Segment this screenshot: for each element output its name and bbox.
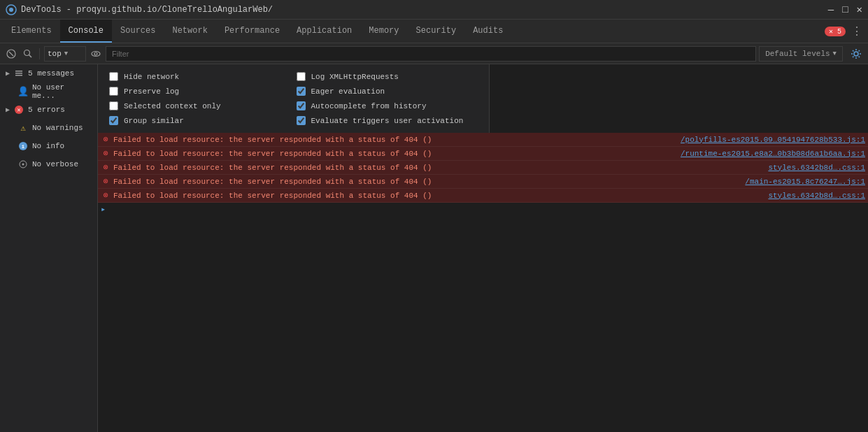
eval-triggers-label: Evaluate triggers user activation [311, 117, 464, 125]
setting-preserve-log[interactable]: Preserve log [106, 85, 294, 98]
more-options-icon[interactable]: ⋮ [851, 24, 862, 38]
sidebar-item-messages[interactable]: ▶ 5 messages [0, 64, 97, 82]
tab-network[interactable]: Network [164, 20, 215, 43]
sidebar-item-errors[interactable]: ▶ ✕ 5 errors [0, 101, 97, 119]
console-error-row-5[interactable]: ⊗ Failed to load resource: the server re… [98, 189, 868, 203]
error-file-link-2[interactable]: /runtime-es2015.e8a2…0b3b08d6a1b6aa.js:1 [681, 150, 865, 158]
close-button[interactable]: ✕ [857, 3, 862, 15]
sidebar-verbose-label: No verbose [32, 160, 78, 168]
console-error-row-3[interactable]: ⊗ Failed to load resource: the server re… [98, 161, 868, 175]
autocomplete-checkbox[interactable] [297, 101, 306, 110]
settings-left-col: Hide network Preserve log Selected conte… [106, 70, 294, 127]
preserve-log-checkbox[interactable] [109, 87, 118, 96]
info-icon: i [18, 141, 28, 151]
tab-sources[interactable]: Sources [112, 20, 164, 43]
title-bar: DevTools - proqyu.github.io/CloneTrelloA… [0, 0, 868, 20]
tab-security[interactable]: Security [408, 20, 465, 43]
expand-arrow-errors: ▶ [6, 106, 10, 114]
settings-right-col: Log XMLHttpRequests Eager evaluation Aut… [294, 70, 481, 127]
hide-network-label: Hide network [124, 73, 179, 81]
error-circle-icon-1: ⊗ [101, 134, 111, 145]
setting-group-similar[interactable]: Group similar [106, 114, 294, 127]
tab-elements[interactable]: Elements [3, 20, 60, 43]
context-selector[interactable]: top ▼ [44, 46, 86, 62]
error-badge[interactable]: ✕ 5 [825, 27, 846, 36]
autocomplete-label: Autocomplete from history [311, 102, 427, 110]
tab-bar: Elements Console Sources Network Perform… [0, 20, 868, 43]
tab-performance[interactable]: Performance [216, 20, 288, 43]
sidebar-warnings-label: No warnings [32, 124, 83, 132]
sidebar-user-label: No user me... [32, 83, 92, 100]
error-file-link-3[interactable]: styles.6342b8d….css:1 [768, 164, 865, 172]
context-dropdown-arrow: ▼ [64, 50, 68, 57]
maximize-button[interactable]: □ [842, 4, 848, 15]
svg-rect-9 [15, 71, 22, 72]
list-icon [14, 69, 24, 78]
setting-log-xmlhttp[interactable]: Log XMLHttpRequests [294, 70, 481, 83]
eye-icon[interactable] [89, 47, 103, 61]
setting-eval-triggers[interactable]: Evaluate triggers user activation [294, 114, 481, 127]
verbose-icon [18, 159, 28, 169]
error-file-link-5[interactable]: styles.6342b8d….css:1 [768, 192, 865, 200]
minimize-button[interactable]: — [828, 4, 834, 15]
warning-icon: ⚠ [18, 123, 28, 133]
console-error-row-2[interactable]: ⊗ Failed to load resource: the server re… [98, 147, 868, 161]
tab-memory[interactable]: Memory [360, 20, 407, 43]
sidebar-item-info[interactable]: i No info [0, 137, 97, 155]
sidebar-item-user-messages[interactable]: 👤 No user me... [0, 82, 97, 101]
svg-point-1 [9, 8, 13, 12]
window-controls: — □ ✕ [828, 3, 862, 15]
clear-console-button[interactable] [4, 47, 18, 61]
error-message-2: Failed to load resource: the server resp… [113, 150, 678, 158]
preserve-log-label: Preserve log [124, 87, 179, 96]
settings-gear-button[interactable] [848, 46, 864, 62]
context-label: top [48, 50, 62, 58]
console-error-row-1[interactable]: ⊗ Failed to load resource: the server re… [98, 133, 868, 147]
svg-point-8 [854, 52, 858, 56]
error-file-link-1[interactable]: /polyfills-es2015.09…0541947628b533.js:1 [681, 136, 865, 144]
error-circle-icon-4: ⊗ [101, 176, 111, 187]
error-message-1: Failed to load resource: the server resp… [113, 136, 678, 144]
eager-eval-checkbox[interactable] [297, 87, 306, 96]
svg-point-4 [24, 50, 30, 55]
console-prompt[interactable]: ▸ [98, 203, 868, 216]
svg-point-7 [94, 52, 97, 55]
eval-triggers-checkbox[interactable] [297, 116, 306, 125]
filter-input[interactable] [106, 46, 756, 62]
log-xmlhttp-checkbox[interactable] [297, 72, 306, 81]
hide-network-checkbox[interactable] [109, 72, 118, 81]
error-file-link-4[interactable]: /main-es2015.8c76247….js:1 [745, 178, 865, 186]
tab-console[interactable]: Console [60, 20, 112, 43]
console-error-row-4[interactable]: ⊗ Failed to load resource: the server re… [98, 175, 868, 189]
setting-hide-network[interactable]: Hide network [106, 70, 294, 83]
levels-arrow: ▼ [833, 50, 837, 57]
setting-selected-context[interactable]: Selected context only [106, 99, 294, 113]
tab-audits[interactable]: Audits [464, 20, 511, 43]
sidebar: ▶ 5 messages 👤 No user me... ▶ ✕ 5 error… [0, 64, 98, 432]
expand-arrow-messages: ▶ [6, 69, 10, 78]
selected-context-checkbox[interactable] [109, 101, 118, 110]
sidebar-item-warnings[interactable]: ⚠ No warnings [0, 119, 97, 137]
levels-label: Default levels [765, 50, 830, 58]
setting-autocomplete[interactable]: Autocomplete from history [294, 99, 481, 113]
content-area: Hide network Preserve log Selected conte… [98, 64, 868, 432]
tab-application[interactable]: Application [288, 20, 360, 43]
toolbar-divider [39, 48, 40, 59]
default-levels-selector[interactable]: Default levels ▼ [759, 46, 843, 62]
setting-eager-eval[interactable]: Eager evaluation [294, 85, 481, 98]
console-filter-icon [21, 47, 35, 61]
group-similar-checkbox[interactable] [109, 116, 118, 125]
console-toolbar: top ▼ Default levels ▼ [0, 43, 868, 64]
tab-bar-right: ✕ 5 ⋮ [825, 20, 868, 43]
svg-line-3 [9, 52, 13, 56]
svg-rect-10 [15, 73, 22, 74]
error-message-5: Failed to load resource: the server resp… [113, 192, 765, 200]
sidebar-item-verbose[interactable]: No verbose [0, 155, 97, 173]
error-message-3: Failed to load resource: the server resp… [113, 164, 765, 172]
error-circle-icon-3: ⊗ [101, 162, 111, 173]
group-similar-label: Group similar [124, 117, 184, 125]
settings-columns: Hide network Preserve log Selected conte… [106, 70, 481, 127]
svg-rect-11 [15, 75, 22, 76]
error-circle-icon-5: ⊗ [101, 190, 111, 201]
log-xmlhttp-label: Log XMLHttpRequests [311, 73, 399, 81]
